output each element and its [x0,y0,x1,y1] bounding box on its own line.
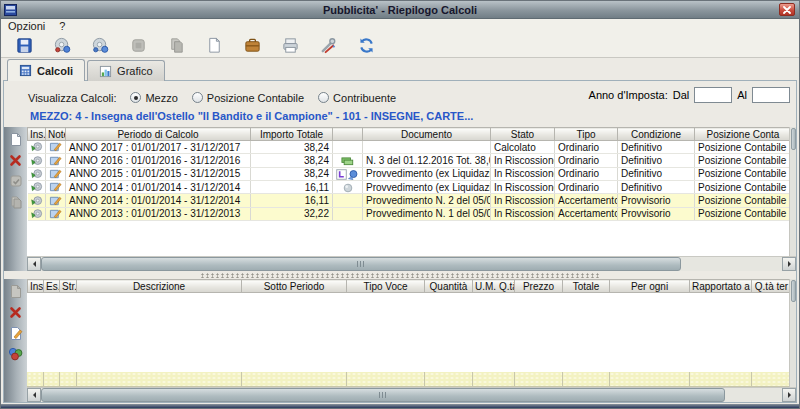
col-es[interactable]: Es. [44,280,60,293]
radio-mezzo[interactable] [130,92,141,103]
scroll-track[interactable] [725,388,782,402]
scroll-track[interactable] [681,257,782,271]
calculate-button[interactable] [47,34,77,56]
scroll-left-arrow[interactable] [27,388,41,402]
calculator-icon [19,64,32,77]
col-doc-icons[interactable] [333,128,363,141]
col-quantita[interactable]: Quantità [425,280,473,293]
col-documento[interactable]: Documento [363,128,491,141]
menu-help[interactable]: ? [52,19,72,33]
tab-grafico-label: Grafico [117,65,152,77]
radio-mezzo-label[interactable]: Mezzo [145,92,177,104]
duplicate-row-button[interactable] [7,194,24,210]
col-periodo[interactable]: Periodo di Calcolo [66,128,251,141]
col-ins[interactable]: Ins. [28,128,46,141]
vertical-scroll-thumb[interactable] [791,280,796,302]
confirm-row-button[interactable] [7,173,24,189]
archive-button[interactable] [237,34,267,56]
col-posizione[interactable]: Posizione Conta [695,128,790,141]
tab-calcoli[interactable]: Calcoli [7,59,85,81]
menu-opzioni[interactable]: Opzioni [1,19,52,33]
col-qta-ter[interactable]: Q.tà ter [752,280,790,293]
table-row[interactable]: ANNO 2013 : 01/01/2013 - 31/12/2013 32,2… [28,207,790,220]
gear-insert-icon [30,195,43,207]
transfer-icon [347,169,359,180]
lock-button[interactable] [123,34,153,56]
vertical-scroll-thumb[interactable] [791,128,796,150]
table-row[interactable]: ANNO 2014 : 01/01/2014 - 31/12/2014 16,1… [28,194,790,207]
anno-al-input[interactable] [752,87,790,103]
group-detail-button[interactable] [7,346,24,362]
window-bottom-edge [1,404,799,408]
scroll-right-arrow[interactable] [782,388,796,402]
radio-posizione-contabile[interactable] [192,92,203,103]
col-stato[interactable]: Stato [491,128,555,141]
tools-button[interactable] [313,34,343,56]
delete-row-button[interactable] [7,152,24,168]
mezzo-header: MEZZO: 4 - Insegna dell'Ostello "Il Band… [30,110,473,122]
horizontal-scroll-thumb[interactable] [41,257,681,271]
anno-dal-input[interactable] [694,87,732,103]
split-handle[interactable] [4,271,796,279]
delete-icon [9,306,22,319]
delete-detail-button[interactable] [7,304,24,320]
tab-grafico[interactable]: Grafico [87,60,164,81]
copy-icon [167,36,186,55]
table-row[interactable]: ANNO 2016 : 01/01/2016 - 31/12/2016 38,2… [28,154,790,167]
save-icon [15,36,34,55]
save-button[interactable] [9,34,39,56]
col-um-qta[interactable]: U.M. Q.tà [473,280,515,293]
sphere-icon [343,183,353,193]
calculate-all-button[interactable] [85,34,115,56]
radio-posizione-contabile-label[interactable]: Posizione Contabile [207,92,304,104]
col-condizione[interactable]: Condizione [618,128,695,141]
col-tipo[interactable]: Tipo [555,128,618,141]
visualizza-label: Visualizza Calcoli: [28,92,116,104]
print-button[interactable] [275,34,305,56]
close-button[interactable] [779,3,795,16]
table-row[interactable]: ANNO 2015 : 01/01/2015 - 31/12/2015 38,2… [28,167,790,180]
col-sotto-periodo[interactable]: Sotto Periodo [242,280,347,293]
edit-icon [9,326,23,341]
radio-contribuente-label[interactable]: Contribuente [333,92,396,104]
lock-icon [129,36,148,55]
copy-button[interactable] [161,34,191,56]
table-row[interactable]: ANNO 2014 : 01/01/2014 - 31/12/2014 16,1… [28,181,790,194]
title-bar[interactable]: Pubblicita' - Riepilogo Calcoli [1,1,799,19]
col-note[interactable]: Note [46,128,66,141]
radio-contribuente[interactable] [318,92,329,103]
col-tipo-voce[interactable]: Tipo Voce [347,280,425,293]
new-row-button[interactable] [7,131,24,147]
dettaglio-horizontal-scrollbar [27,387,796,402]
al-label: Al [737,89,747,101]
edit-detail-button[interactable] [7,325,24,341]
col-per-ogni[interactable]: Per ogni [610,280,690,293]
menu-bar: Opzioni ? [1,19,799,33]
calcoli-header-row: Ins. Note Periodo di Calcolo Importo Tot… [28,128,790,141]
horizontal-scroll-thumb[interactable] [41,388,725,402]
calculate-icon [53,36,72,55]
dettaglio-vertical-scrollbar[interactable] [789,279,796,387]
col-totale[interactable]: Totale [563,280,610,293]
anno-imposta-label: Anno d'Imposta: [589,89,668,101]
col-str[interactable]: Str. [60,280,77,293]
col-descrizione[interactable]: Descrizione [77,280,242,293]
total-row [27,372,789,387]
refresh-button[interactable] [351,34,381,56]
app-window: Pubblicita' - Riepilogo Calcoli Opzioni … [0,0,800,409]
scroll-left-arrow[interactable] [27,257,41,271]
print-icon [281,36,300,55]
new-detail-button[interactable] [7,283,24,299]
col-ins[interactable]: Ins. [28,280,44,293]
dettaglio-table-viewport: Ins. Es. Str. Descrizione Sotto Periodo … [27,279,789,387]
col-prezzo[interactable]: Prezzo [515,280,563,293]
document-icon [205,36,224,55]
table-row[interactable]: ANNO 2017 : 01/01/2017 - 31/12/2017 38,2… [28,141,790,154]
calculate-all-icon [91,36,110,55]
col-rapportato-a[interactable]: Rapportato a [690,280,752,293]
duplicate-icon [9,195,23,209]
calcoli-vertical-scrollbar[interactable] [789,127,796,256]
document-button[interactable] [199,34,229,56]
col-importo[interactable]: Importo Totale [251,128,333,141]
scroll-right-arrow[interactable] [782,257,796,271]
